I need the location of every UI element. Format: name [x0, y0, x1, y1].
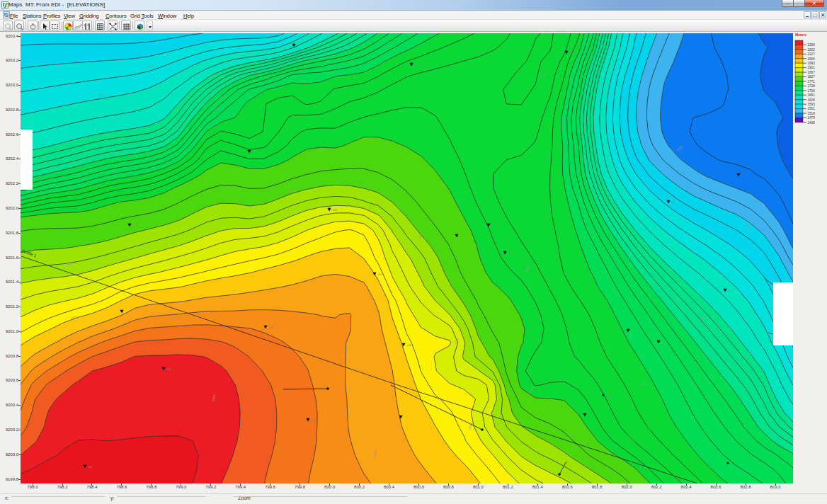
svg-text:1661: 1661 [808, 93, 816, 97]
svg-text:2256: 2256 [808, 43, 816, 47]
svg-text:1551: 1551 [808, 107, 816, 110]
svg-text:1518: 1518 [808, 112, 816, 115]
svg-text:2127: 2127 [808, 52, 816, 56]
svg-text:1436: 1436 [808, 121, 816, 125]
svg-text:1867: 1867 [808, 71, 816, 74]
svg-text:1706: 1706 [808, 89, 816, 93]
svg-text:1728: 1728 [808, 84, 816, 88]
svg-text:1827: 1827 [808, 75, 816, 79]
svg-text:1771: 1771 [808, 80, 816, 84]
svg-text:1628: 1628 [808, 98, 816, 102]
svg-text:1993: 1993 [808, 62, 816, 65]
svg-text:1921: 1921 [808, 66, 816, 69]
svg-text:2202: 2202 [808, 48, 816, 52]
svg-text:1593: 1593 [808, 103, 816, 106]
svg-text:1479: 1479 [808, 116, 816, 120]
svg-text:2066: 2066 [808, 57, 816, 61]
